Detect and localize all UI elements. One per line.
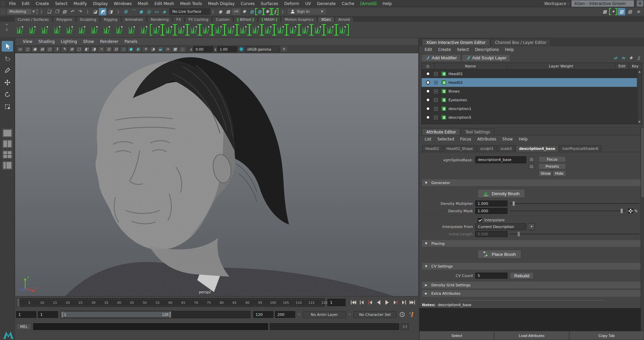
- color-management-field[interactable]: sRGB gamma: [245, 46, 280, 52]
- statusline-section-divider[interactable]: ❭: [39, 9, 44, 14]
- single-pane-layout-button[interactable]: [2, 129, 12, 137]
- shelf-tab[interactable]: FX: [173, 17, 184, 22]
- node-tab[interactable]: Head02_Shape: [443, 145, 476, 152]
- two-pane-layout-button[interactable]: [2, 139, 12, 148]
- lasso-tool[interactable]: [2, 53, 13, 64]
- resolution-gate-icon[interactable]: ◧: [83, 46, 90, 52]
- expand-icon[interactable]: +: [434, 116, 438, 119]
- step-back-key-button[interactable]: [367, 299, 374, 305]
- multisample-icon[interactable]: ▩: [172, 46, 178, 52]
- menu-item[interactable]: Cache: [339, 1, 357, 6]
- xgen-editor-icon[interactable]: [14, 24, 25, 36]
- xgen-length-brush-icon[interactable]: [89, 24, 100, 36]
- expand-icon[interactable]: +: [434, 98, 438, 102]
- expand-icon[interactable]: +: [434, 81, 438, 84]
- open-scene-icon[interactable]: ❒: [53, 8, 60, 15]
- layer-radio-button[interactable]: [426, 115, 430, 119]
- cv-count-field[interactable]: 5: [475, 273, 507, 279]
- groom-editor-menu-item[interactable]: Edit: [422, 47, 435, 52]
- description1[interactable]: + description1: [422, 104, 642, 113]
- groom-editor-menu-item[interactable]: Descriptions: [472, 47, 502, 52]
- rebuild-button[interactable]: Rebuild: [510, 272, 534, 279]
- range-slider[interactable]: 1 120: [61, 311, 251, 318]
- xgen-add-guide-icon[interactable]: [51, 24, 63, 36]
- focus-button[interactable]: Focus: [539, 156, 566, 162]
- sign-in-button[interactable]: Sign In ▼: [287, 8, 327, 15]
- menu-item[interactable]: Select: [52, 1, 70, 6]
- isolate-select-icon[interactable]: ◌: [179, 46, 186, 52]
- shelf-menu-icon[interactable]: ▾: [6, 23, 8, 26]
- outliner-persp-layout-button[interactable]: [2, 161, 12, 170]
- select-component-icon[interactable]: ◨: [107, 8, 114, 15]
- name-column-header[interactable]: Name: [434, 63, 507, 69]
- make-live-icon[interactable]: ◈: [161, 8, 168, 15]
- select-object-icon[interactable]: ◩: [99, 8, 106, 15]
- viewport-menu-item[interactable]: Shading: [35, 39, 58, 44]
- menu-item[interactable]: Generate: [314, 1, 339, 6]
- output-connection-icon[interactable]: ◲: [529, 164, 534, 169]
- node-tab[interactable]: sculpt3: [477, 145, 496, 152]
- menu-item[interactable]: Display: [90, 1, 111, 6]
- pause-viewport-icon[interactable]: ‖: [271, 8, 279, 15]
- paint-select-tool[interactable]: [2, 65, 13, 76]
- statusline-section-divider[interactable]: ❭: [280, 9, 285, 14]
- menu-item[interactable]: Mesh: [135, 1, 152, 6]
- layer-weight-column-header[interactable]: Layer Weight: [507, 63, 615, 69]
- color-management-icon[interactable]: [239, 47, 244, 51]
- footer-button[interactable]: Copy Tab: [569, 331, 644, 340]
- sidebar-tab[interactable]: Channel Box / Layer Editor: [491, 39, 551, 46]
- placing-section-header[interactable]: ▼ Placing: [422, 240, 641, 247]
- groom-editor-menu-item[interactable]: Select: [454, 47, 472, 52]
- playback-end-field[interactable]: 120: [253, 311, 273, 318]
- groom-editor-menu-item[interactable]: Help: [502, 47, 516, 52]
- textured-icon[interactable]: ◐: [135, 46, 142, 52]
- shadows-icon[interactable]: ◑: [150, 46, 156, 52]
- bookmark-icon[interactable]: ▤: [39, 46, 46, 52]
- groom-part-brush-icon[interactable]: [175, 24, 187, 36]
- menu-item[interactable]: Edit: [19, 1, 33, 6]
- motion-blur-icon[interactable]: ≈: [164, 46, 171, 52]
- menu-item[interactable]: Edit Mesh: [151, 1, 177, 6]
- footer-button[interactable]: Load Attributes: [494, 331, 569, 340]
- paint-map-icon[interactable]: ✎: [634, 209, 638, 214]
- place-brush-button[interactable]: Place Brush: [478, 250, 521, 259]
- attribute-editor-menu-item[interactable]: Attributes: [475, 137, 499, 141]
- safe-title-icon[interactable]: ⊟: [113, 46, 119, 52]
- gamma-field[interactable]: 1.00: [218, 46, 237, 52]
- viewport-menu-item[interactable]: Show: [80, 39, 97, 44]
- layer-list-scrollbar[interactable]: ▲▼: [637, 69, 642, 124]
- menu-item[interactable]: Help: [380, 1, 395, 6]
- shelf-tab[interactable]: FX Caching: [185, 17, 212, 22]
- scrollbar-thumb[interactable]: [641, 128, 644, 197]
- play-forwards-button[interactable]: [384, 299, 390, 305]
- menu-item[interactable]: Create: [33, 1, 52, 6]
- render-settings-icon[interactable]: ✱: [240, 8, 248, 15]
- menu-item[interactable]: Modify: [70, 1, 90, 6]
- render-current-frame-icon[interactable]: ▦: [224, 8, 232, 15]
- save-scene-icon[interactable]: ▤: [61, 8, 68, 15]
- groom-smooth-brush-icon[interactable]: [188, 24, 199, 36]
- select-hierarchy-icon[interactable]: ◪: [91, 8, 99, 15]
- statusline-section-divider[interactable]: ❭: [115, 9, 120, 14]
- density-multiplier-field[interactable]: 1.000: [475, 201, 507, 207]
- groom-mirror-tool-icon[interactable]: [250, 24, 261, 36]
- select-tool[interactable]: [2, 41, 13, 52]
- collapsed-section-header[interactable]: ▶ Density Grid Settings: [422, 282, 641, 288]
- shelf-tab[interactable]: Rigging: [100, 17, 121, 22]
- playback-start-field[interactable]: 1: [38, 311, 58, 318]
- groom-sculpt-layer-icon[interactable]: [275, 24, 286, 36]
- viewport-menu-item[interactable]: Lighting: [58, 39, 80, 44]
- xgen-groom-tools-icon[interactable]: ✦: [609, 8, 617, 15]
- play-backwards-button[interactable]: [375, 299, 382, 305]
- Head01[interactable]: + Head01: [422, 69, 642, 78]
- groom-clump-brush-icon[interactable]: [163, 24, 174, 36]
- menu-item[interactable]: File: [6, 1, 19, 6]
- hide-button[interactable]: Hide: [552, 170, 566, 176]
- xgen-density-brush-icon[interactable]: [113, 24, 125, 36]
- live-surface-field[interactable]: No Live Surface: [169, 8, 210, 15]
- menu-set-selector[interactable]: Modeling ▼: [7, 8, 39, 15]
- menu-item[interactable]: Deform: [281, 1, 302, 6]
- xgen-comb-brush-icon[interactable]: [64, 24, 75, 36]
- menu-item[interactable]: Curves: [238, 1, 258, 6]
- snap-view-plane-icon[interactable]: ▭: [153, 8, 160, 15]
